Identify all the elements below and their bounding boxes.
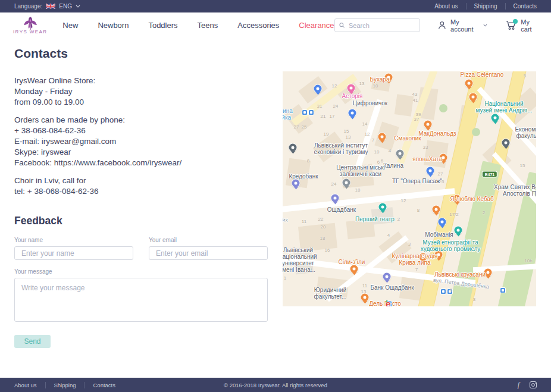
house-number: 17	[330, 114, 335, 119]
house-number: 13	[361, 289, 367, 294]
contact-group-1: IrysWear Online Store: Monday - Friday f…	[14, 76, 268, 108]
house-number: 13	[359, 81, 365, 86]
logo[interactable]: IRYS WEAR	[13, 17, 47, 35]
map-label-дель-песто[interactable]: Дель Песто	[369, 300, 401, 307]
user-icon	[438, 20, 446, 30]
feedback-row: Your name Your email	[14, 228, 268, 260]
map-pin-attraction[interactable]	[379, 203, 387, 211]
house-number: 24	[333, 104, 339, 109]
nav-item-newborn[interactable]: Newborn	[98, 21, 129, 30]
house-number: 27	[438, 171, 443, 177]
map-label-бухара[interactable]: Бухара	[370, 76, 390, 83]
map-pin-shopping[interactable]	[427, 167, 434, 175]
map-label-я-люблю-кебаб[interactable]: Я Люблю Кебаб	[450, 196, 494, 202]
map-pin-school[interactable]	[502, 139, 510, 147]
map-label-японахата[interactable]: японаХата	[412, 156, 442, 162]
map-label-львівські-круасани[interactable]: Львівські круасани	[434, 271, 486, 278]
map-label-калина[interactable]: Калина	[383, 162, 403, 169]
map-label-тг-опера-пасаж[interactable]: ТГ "Опера Пасаж"	[392, 178, 442, 184]
map-pin-attraction[interactable]	[491, 114, 499, 122]
map-pin-food[interactable]	[378, 133, 386, 141]
map-label-северина-шивайка[interactable]: Северина шивайка	[283, 108, 293, 121]
map-pin-food[interactable]	[433, 206, 440, 214]
map-label-макдональдз[interactable]: МакДональдз	[418, 130, 456, 137]
map-label-pizza-celentano[interactable]: Pizza Celentano	[461, 71, 504, 78]
map-pin-bank[interactable]	[331, 195, 339, 202]
my-account-button[interactable]: My account	[438, 18, 487, 33]
my-cart-button[interactable]: My cart	[505, 18, 538, 33]
nav-item-toddlers[interactable]: Toddlers	[148, 21, 177, 30]
map-label-банк-ощадбанк[interactable]: Банк Ощадбанк	[370, 284, 414, 291]
house-number: 41	[413, 98, 418, 103]
search-input[interactable]	[347, 21, 415, 30]
house-number: 27	[294, 124, 299, 130]
house-number: 6	[450, 287, 452, 293]
nav-item-new[interactable]: New	[62, 21, 78, 30]
house-number: 20	[321, 224, 326, 230]
nav-item-accessories[interactable]: Accessories	[237, 21, 279, 30]
map-pin-food[interactable]	[361, 294, 369, 302]
map-label-львівський-інститут-економіки-і-туризму[interactable]: Львівський інститут економіки і туризму	[314, 142, 368, 155]
message-label: Your message	[14, 268, 268, 275]
map-pin-shopping[interactable]	[314, 85, 322, 93]
map-label-сіли-з-їли[interactable]: Сіли-з'їли	[339, 259, 365, 265]
site-header: IRYS WEAR NewNewbornToddlersTeensAccesso…	[0, 12, 551, 38]
feedback-title: Feedback	[14, 215, 268, 227]
route-badge: E471	[483, 172, 497, 177]
map-label-національний-музей-імені-андрія[interactable]: Національний музей імені Андрія...	[475, 101, 532, 114]
footer-link-contacts[interactable]: Contacts	[84, 382, 124, 388]
map-label-их[interactable]: их	[283, 217, 288, 224]
instagram-icon[interactable]	[530, 381, 537, 388]
footer-link-shipping[interactable]: Shipping	[45, 382, 84, 388]
map-tree	[439, 104, 447, 112]
send-button[interactable]: Send	[14, 335, 51, 348]
topbar-link-contacts[interactable]: Contacts	[505, 3, 537, 10]
map-label-кулінарна-студія-крива-липа[interactable]: Кулінарна студія Крива липа	[392, 253, 437, 266]
map-label-центральні-міські-залізничні-каси[interactable]: Центральні міські залізничні каси	[336, 164, 385, 177]
email-input[interactable]	[149, 246, 268, 260]
map-label-храм-святих-верх-апостолів-п[interactable]: Храм Святих Верх Апостолів П	[494, 184, 536, 197]
footer-link-about-us[interactable]: About us	[14, 382, 45, 388]
google-map[interactable]: 1213103124272521171915131214743413937335…	[283, 71, 536, 306]
language-value: ENG	[59, 3, 72, 10]
language-selector[interactable]: Language: ENG	[14, 3, 80, 10]
map-pin-shopping[interactable]	[439, 218, 446, 226]
uk-flag-icon	[46, 4, 55, 9]
map-pin-shopping[interactable]	[349, 109, 356, 117]
map-label-юридичний-факультет[interactable]: Юридичний факультет...	[314, 287, 347, 300]
map-label-асторія[interactable]: Асторія	[342, 93, 363, 99]
nav-item-teens[interactable]: Teens	[198, 21, 218, 30]
map-pin-food[interactable]	[350, 265, 358, 273]
transit-stop-icon[interactable]	[441, 289, 446, 294]
name-input[interactable]	[14, 246, 133, 260]
map-label-цифровичок[interactable]: Цифровичок	[353, 100, 387, 106]
message-textarea[interactable]	[14, 278, 268, 322]
map-pin-generic[interactable]	[396, 150, 404, 158]
map-label-музей-етнографії-та-художнього-промислу[interactable]: Музей етнографії та художнього промислу	[421, 239, 481, 252]
map-pin-school[interactable]	[289, 144, 297, 152]
house-number: 4	[389, 148, 391, 153]
map-label-мобіманія[interactable]: Мобіманія	[425, 231, 453, 238]
topbar-link-shipping[interactable]: Shipping	[466, 3, 505, 10]
nav-item-clearance[interactable]: Clearance	[299, 21, 334, 30]
map-pin-food[interactable]	[465, 80, 473, 87]
transit-stop-icon[interactable]	[309, 110, 314, 115]
transit-stop-icon[interactable]	[302, 110, 307, 115]
map-label-ощадбанк[interactable]: Ощадбанк	[327, 206, 356, 213]
topbar-link-about-us[interactable]: About us	[427, 3, 465, 10]
map-label-кредобанк[interactable]: Кредобанк	[289, 173, 318, 180]
map-label-смаколик[interactable]: Смаколик	[394, 135, 421, 142]
map-pin-generic[interactable]	[343, 179, 350, 187]
facebook-icon[interactable]: f	[518, 381, 519, 390]
map-label-економічний-факультет[interactable]: Економічний факультет...	[515, 126, 536, 139]
map-pin-bank[interactable]	[383, 273, 391, 281]
map-pin-attraction[interactable]	[455, 227, 462, 234]
map-pin-bank[interactable]	[292, 180, 300, 187]
house-number: 16	[325, 247, 330, 253]
transit-stop-icon[interactable]	[500, 288, 505, 293]
map-label-львівський-національний-університет-імені-івана[interactable]: Львівський національний університет імен…	[283, 247, 317, 273]
map-label-перший-театр[interactable]: Перший театр	[355, 216, 395, 222]
map-pin-food[interactable]	[469, 93, 477, 101]
map-pin-food[interactable]	[424, 121, 432, 128]
map-pin-lodging[interactable]	[347, 84, 355, 92]
